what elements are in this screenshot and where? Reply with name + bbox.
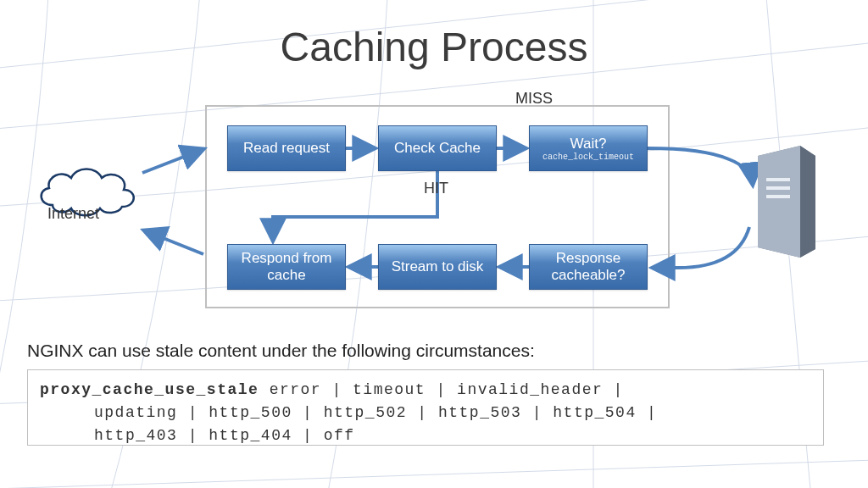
svg-rect-4 [766,186,790,190]
svg-rect-5 [766,195,790,198]
node-stream-label: Stream to disk [392,258,484,275]
server-icon [748,141,824,259]
code-line-2: updating | http_500 | http_502 | http_50… [40,402,811,424]
node-response-cacheable: Response cacheable? [529,244,648,290]
node-read-request-label: Read request [243,140,330,157]
node-wait: Wait? cache_lock_timeout [529,125,648,171]
internet-label: Internet [47,205,99,223]
svg-marker-2 [800,146,815,258]
node-check-cache-label: Check Cache [394,140,481,157]
description-text: NGINX can use stale content under the fo… [27,341,535,361]
code-line-3: http_403 | http_404 | off [40,424,811,447]
node-cacheable-line2: cacheable? [552,267,626,284]
code-box: proxy_cache_use_stale error | timeout | … [27,369,824,446]
node-respond-line2: cache [267,267,305,284]
node-wait-label: Wait? [570,136,607,152]
slide-title: Caching Process [0,24,868,70]
node-respond-line1: Respond from [242,250,332,267]
svg-rect-3 [766,178,790,181]
code-line-1: proxy_cache_use_stale error | timeout | … [40,379,811,402]
svg-line-7 [144,230,203,254]
node-check-cache: Check Cache [378,125,497,171]
node-cacheable-line1: Response [556,250,621,267]
node-wait-sublabel: cache_lock_timeout [542,152,634,162]
svg-line-6 [142,149,203,173]
svg-marker-1 [758,146,800,258]
code-line1-rest: error | timeout | invalid_header | [259,381,624,398]
miss-label: MISS [515,90,553,108]
node-respond-from-cache: Respond from cache [227,244,346,290]
hit-label: HIT [424,180,448,197]
code-directive: proxy_cache_use_stale [40,381,259,398]
node-read-request: Read request [227,125,346,171]
node-stream-to-disk: Stream to disk [378,244,497,290]
